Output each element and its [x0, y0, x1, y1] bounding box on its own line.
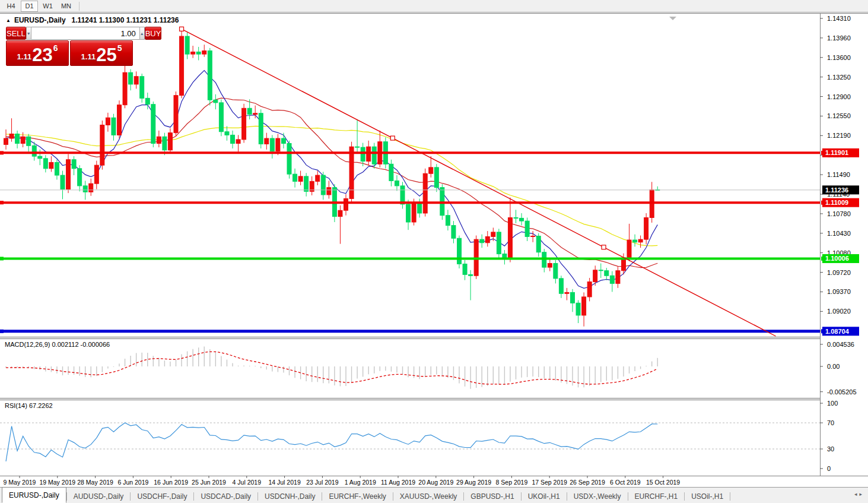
candle-body [565, 292, 569, 293]
buy-price-button[interactable]: 1.11 25 5 [70, 40, 133, 66]
symbol-tab-usdcnh[interactable]: USDCNH-,Daily [258, 490, 322, 503]
candle-body [554, 264, 558, 279]
buy-price-pip: 5 [117, 43, 122, 53]
candle-body [434, 167, 438, 188]
candle-body [361, 147, 365, 161]
volume-increase-button[interactable]: ▲ [139, 27, 145, 40]
candle-body [4, 138, 8, 144]
candle-body [638, 239, 643, 242]
sell-price-main: 23 [32, 46, 52, 64]
candle-body [83, 186, 87, 192]
timeframe-button-h4[interactable]: H4 [2, 1, 20, 12]
candle-body [259, 113, 263, 144]
svg-text:1.13960: 1.13960 [827, 34, 851, 42]
candle-body [100, 125, 104, 165]
hline-left-handle [0, 257, 4, 260]
symbol-tab-usoil[interactable]: USOil-,H1 [685, 490, 730, 503]
spin-up-icon: ▲ [140, 31, 144, 36]
candle-body [72, 160, 76, 169]
svg-text:4 Jul 2019: 4 Jul 2019 [233, 479, 262, 486]
symbol-tab-eurchf[interactable]: EURCHF-,H1 [628, 490, 685, 503]
volume-input[interactable] [31, 27, 139, 40]
symbol-tab-usdcad[interactable]: USDCAD-,Daily [194, 490, 257, 503]
candle-body [349, 147, 354, 198]
tab-scroll-arrows[interactable]: ◂▸ [854, 491, 864, 497]
candle-body [525, 221, 529, 236]
hline-left-handle [0, 330, 4, 333]
sell-button[interactable]: SELL [6, 27, 26, 40]
candle-body [123, 72, 127, 105]
candle-body [163, 137, 167, 150]
svg-text:16 Jun 2019: 16 Jun 2019 [154, 479, 188, 486]
symbol-tab-audusd[interactable]: AUDUSD-,Daily [67, 490, 131, 503]
spin-down-icon: ▼ [27, 31, 31, 36]
candle-body [43, 159, 47, 169]
tab-divider [730, 492, 730, 501]
candle-body [55, 162, 59, 175]
symbol-tab-eurchf[interactable]: EURCHF-,Weekly [322, 490, 392, 503]
candle-body [168, 133, 172, 150]
candle-body [214, 100, 218, 103]
svg-text:0.00: 0.00 [827, 363, 840, 370]
chart-canvas[interactable]: 1.143101.139601.136001.132501.129001.125… [0, 13, 868, 487]
svg-text:30: 30 [827, 445, 834, 453]
symbol-tab-usdx[interactable]: USDX-,Weekly [567, 490, 628, 503]
candle-body [129, 72, 133, 84]
volume-decrease-button[interactable]: ▼ [26, 27, 31, 40]
candle-body [140, 77, 144, 99]
timeframe-button-d1[interactable]: D1 [21, 1, 38, 12]
svg-text:1.11236: 1.11236 [825, 186, 848, 194]
candle-body [412, 204, 416, 222]
collapse-panel-icon[interactable]: ▲ [6, 18, 11, 23]
svg-text:1.09370: 1.09370 [827, 288, 851, 295]
timeframe-button-w1[interactable]: W1 [39, 1, 56, 12]
symbol-tab-xauusd[interactable]: XAUUSD-,Weekly [393, 490, 463, 503]
buy-price-prefix: 1.11 [81, 52, 96, 61]
candle-body [157, 137, 161, 143]
candle-body [225, 132, 229, 135]
candle-body [627, 240, 631, 258]
svg-text:-0.005205: -0.005205 [827, 388, 857, 396]
candle-body [281, 138, 285, 143]
candle-body [491, 232, 495, 237]
candle-body [276, 138, 280, 151]
timeframe-button-mn[interactable]: MN [58, 1, 75, 12]
tab-scroll-right-icon[interactable]: ▸ [859, 491, 864, 497]
svg-text:1.12900: 1.12900 [827, 93, 851, 100]
symbol-tab-usdchf[interactable]: USDCHF-,Daily [131, 490, 193, 503]
candle-body [571, 292, 575, 303]
svg-text:28 May 2019: 28 May 2019 [77, 479, 113, 486]
svg-text:29 Aug 2019: 29 Aug 2019 [456, 479, 491, 486]
hline-left-handle [0, 151, 4, 154]
candle-body [418, 204, 422, 213]
candle-body [406, 204, 411, 222]
sell-price-button[interactable]: 1.11 23 6 [6, 40, 69, 66]
candle-body [94, 165, 98, 184]
price-scale[interactable]: 1.143101.139601.136001.132501.129001.125… [820, 14, 868, 488]
symbol-period-label: EURUSD-,Daily [14, 16, 66, 24]
chart-title: ▲ EURUSD-,Daily 1.11241 1.11300 1.11231 … [6, 16, 179, 24]
candle-body [27, 137, 31, 145]
symbol-tab-bar: EURUSD-,DailyAUDUSD-,DailyUSDCHF-,DailyU… [0, 487, 868, 503]
chart-svg[interactable]: 1.143101.139601.136001.132501.129001.125… [0, 14, 868, 488]
candle-body [117, 105, 122, 135]
svg-text:19 May 2019: 19 May 2019 [39, 479, 75, 486]
candle-body [338, 210, 342, 216]
svg-text:1.12550: 1.12550 [827, 112, 851, 119]
candle-body [316, 175, 320, 181]
candle-body [202, 51, 206, 55]
symbol-tab-ukoil[interactable]: UKOil-,H1 [522, 490, 567, 503]
candle-body [587, 282, 592, 297]
candle-body [536, 236, 540, 252]
candle-body [304, 176, 309, 191]
buy-button[interactable]: BUY [145, 27, 162, 40]
candle-body [355, 147, 360, 147]
candle-body [287, 143, 291, 174]
trendline-anchor [180, 27, 184, 31]
candle-body [265, 138, 269, 144]
candle-body [9, 134, 14, 139]
svg-text:1.09020: 1.09020 [827, 308, 851, 315]
svg-text:11 Aug 2019: 11 Aug 2019 [381, 479, 415, 486]
symbol-tab-gbpusd[interactable]: GBPUSD-,H1 [464, 490, 520, 503]
symbol-tab-eurusd[interactable]: EURUSD-,Daily [2, 487, 66, 503]
